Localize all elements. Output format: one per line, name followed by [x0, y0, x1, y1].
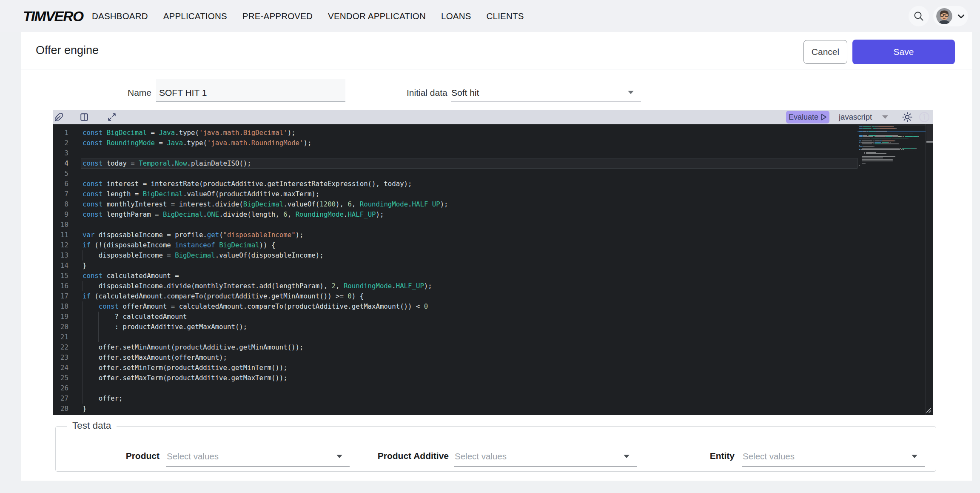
code-line-8: const monthlyInterest = interest.divide(… [81, 199, 858, 209]
nav-item-dashboard[interactable]: DASHBOARD [92, 11, 148, 21]
feather-pen-button[interactable] [54, 112, 65, 123]
code-line-11: var disposableIncome = profile.get("disp… [81, 230, 858, 240]
editor-minimap[interactable] [858, 124, 926, 415]
code-line-3 [81, 148, 858, 158]
entity-placeholder: Select values [743, 451, 795, 461]
editor-surface[interactable]: 1234567891011121314151617181920212223242… [53, 124, 933, 415]
code-line-27: offer; [81, 393, 858, 404]
code-line-13: disposableIncome = BigDecimal.valueOf(di… [81, 250, 858, 261]
evaluate-label: Evaluate [789, 113, 818, 122]
code-line-1: const BigDecimal = Java.type('java.math.… [81, 128, 858, 138]
line-number: 19 [53, 312, 68, 322]
search-button[interactable] [909, 6, 929, 26]
code-line-14: } [81, 261, 858, 271]
search-icon [913, 11, 924, 22]
header-divider [21, 69, 972, 69]
scrollbar-thumb[interactable] [926, 125, 933, 141]
nav-item-pre-approved[interactable]: PRE-APPROVED [242, 11, 313, 21]
code-line-24: offer.setMinTerm(productAdditive.getMinT… [81, 363, 858, 373]
entity-label: Entity [710, 451, 735, 461]
line-number: 17 [53, 291, 68, 301]
initial-data-value: Soft hit [451, 88, 479, 98]
code-line-26 [81, 383, 858, 393]
code-line-15: const calculatedAmount = [81, 271, 858, 281]
code-line-6: const interest = interestRate(productAdd… [81, 179, 858, 189]
code-line-18: const offerAmount = calculatedAmount.com… [81, 301, 858, 312]
split-columns-icon [80, 112, 89, 122]
product-placeholder: Select values [167, 451, 219, 461]
line-number: 4 [53, 158, 68, 169]
line-number: 16 [53, 281, 68, 291]
line-number: 22 [53, 342, 68, 353]
save-button[interactable]: Save [852, 40, 955, 64]
name-label: Name [128, 88, 151, 98]
product-additive-underline [454, 466, 637, 467]
brand-logo[interactable]: TIMVERO [22, 6, 80, 26]
test-data-fieldset: Test data ProductSelect valuesProduct Ad… [55, 426, 936, 472]
feather-icon [54, 112, 64, 122]
code-line-4: const today = Temporal.Now.plainDateISO(… [81, 158, 858, 169]
line-number: 10 [53, 220, 68, 230]
nav-item-vendor-application[interactable]: VENDOR APPLICATION [328, 11, 426, 21]
code-editor: Evaluate javascript [53, 110, 933, 415]
line-number: 9 [53, 209, 68, 220]
cancel-button[interactable]: Cancel [803, 40, 847, 64]
line-number: 24 [53, 363, 68, 373]
play-icon [821, 114, 827, 120]
main-nav: DASHBOARDAPPLICATIONSPRE-APPROVEDVENDOR … [92, 0, 524, 32]
product-underline [166, 466, 350, 467]
line-number: 11 [53, 230, 68, 240]
line-number: 2 [53, 138, 68, 148]
code-line-2: const RoundingMode = Java.type('java.mat… [81, 138, 858, 148]
product-label: Product [126, 451, 160, 461]
line-number: 23 [53, 353, 68, 363]
evaluate-button[interactable]: Evaluate [786, 111, 829, 123]
product-caret-icon [336, 455, 342, 458]
name-input[interactable] [156, 79, 345, 102]
line-number: 7 [53, 189, 68, 199]
product-additive-caret-icon [624, 455, 630, 458]
language-label: javascript [839, 112, 872, 122]
test-data-legend: Test data [67, 420, 117, 431]
navbar: TIMVERO DASHBOARDAPPLICATIONSPRE-APPROVE… [0, 0, 980, 32]
line-number: 20 [53, 322, 68, 332]
user-menu[interactable] [933, 6, 968, 26]
code-line-19: ? calculatedAmount [81, 312, 858, 322]
editor-code: const BigDecimal = Java.type('java.math.… [81, 128, 858, 414]
code-line-22: offer.setMinAmount(productAdditive.getMi… [81, 342, 858, 353]
nav-item-loans[interactable]: LOANS [441, 11, 471, 21]
code-line-25: offer.setMaxTerm(productAdditive.getMaxT… [81, 373, 858, 383]
line-number: 13 [53, 250, 68, 261]
line-number: 5 [53, 169, 68, 179]
split-view-button[interactable] [79, 112, 90, 123]
info-icon [919, 112, 930, 123]
line-number: 26 [53, 383, 68, 393]
nav-item-clients[interactable]: CLIENTS [487, 11, 524, 21]
code-line-5 [81, 169, 858, 179]
code-line-12: if (!(disposableIncome instanceof BigDec… [81, 240, 858, 250]
initial-data-label: Initial data [407, 88, 447, 98]
entity-underline [742, 466, 925, 467]
code-line-17: if (calculatedAmount.compareTo(productAd… [81, 291, 858, 301]
editor-scrollbar[interactable] [926, 124, 933, 415]
code-line-9: const lengthParam = BigDecimal.ONE.divid… [81, 209, 858, 220]
language-select[interactable]: javascript [839, 110, 888, 124]
code-line-20: : productAdditive.getMaxAmount(); [81, 322, 858, 332]
resize-handle-icon[interactable] [924, 406, 932, 414]
product-additive-placeholder: Select values [455, 451, 507, 461]
line-number: 28 [53, 404, 68, 414]
scrollbar-cursor-marker [926, 141, 933, 143]
line-number: 6 [53, 179, 68, 189]
line-number: 14 [53, 261, 68, 271]
code-line-23: offer.setMaxAmount(offerAmount); [81, 353, 858, 363]
theme-toggle-button[interactable] [902, 112, 913, 123]
nav-item-applications[interactable]: APPLICATIONS [163, 11, 227, 21]
line-number: 8 [53, 199, 68, 209]
code-line-7: const length = BigDecimal.valueOf(produc… [81, 189, 858, 199]
code-line-28: } [81, 404, 858, 414]
initial-data-caret-icon [628, 91, 634, 94]
expand-button[interactable] [106, 112, 117, 123]
line-number: 12 [53, 240, 68, 250]
avatar [936, 8, 952, 24]
code-line-10 [81, 220, 858, 230]
